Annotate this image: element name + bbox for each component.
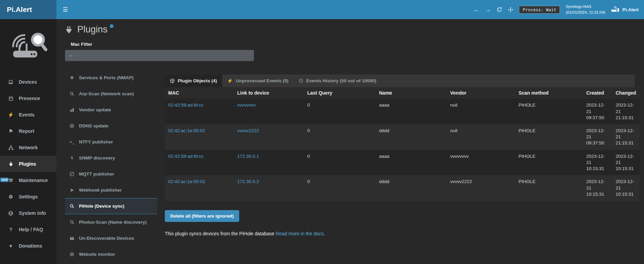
- brand-logo[interactable]: Pi.Alert: [0, 0, 56, 19]
- name-cell: dddd: [376, 175, 447, 201]
- tab-events-history[interactable]: Events History (50 out of 10000): [294, 74, 381, 87]
- plugin-menu-item-pholus[interactable]: Pholus-Scan (Name discovery): [65, 214, 157, 230]
- plugin-menu-item-webhook[interactable]: ➤ Webhook publisher: [65, 182, 157, 198]
- app-label: Pi.Alert: [622, 7, 639, 12]
- col-header-last-query[interactable]: Last Query: [304, 87, 376, 99]
- col-header-link[interactable]: Link to device: [234, 87, 304, 99]
- plugin-menu-item-ddns[interactable]: DDNS update: [65, 118, 157, 134]
- binoculars-icon: [69, 236, 75, 240]
- vendor-cell: null: [447, 124, 515, 150]
- plugin-menu-item-vendor-update[interactable]: Vendor update: [65, 102, 157, 118]
- table-row: 02:42:59:ad:fd:cc vvvvvvvv 0 aaaa null P…: [165, 99, 640, 124]
- plugin-menu-label: DDNS update: [79, 123, 108, 128]
- table-row: 02:42:ac:1e:00:02 vvvvv2222 0 dddd null …: [165, 124, 640, 150]
- sidebar-item-help-faq[interactable]: ? Help / FAQ: [0, 221, 56, 238]
- device-link[interactable]: 172.30.0.2: [237, 179, 259, 184]
- tab-label: Plugin Objects (4): [178, 78, 217, 83]
- move-icon[interactable]: [508, 7, 513, 12]
- vendor-cell: null: [447, 99, 515, 124]
- plugin-panel: Plugin Objects (4) ⚡ Unprocessed Events …: [165, 74, 635, 236]
- plugins-help-badge[interactable]: [110, 24, 113, 28]
- mac-link[interactable]: 02:42:ac:1e:00:02: [168, 179, 205, 184]
- sidebar-item-system-info[interactable]: System info: [0, 205, 56, 221]
- calendar-icon: [8, 96, 14, 101]
- plugin-menu-label: Pholus-Scan (Name discovery): [79, 220, 147, 225]
- scan-method-cell: PIHOLE: [515, 124, 583, 150]
- name-cell: dddd: [376, 124, 447, 150]
- name-cell: aaaa: [376, 150, 447, 176]
- plugin-menu-item-mqtt[interactable]: MQTT publisher: [65, 166, 157, 182]
- plugin-menu-item-undiscoverable[interactable]: Un-Discoverable Devices: [65, 230, 157, 246]
- col-header-vendor[interactable]: Vendor: [447, 87, 515, 99]
- sidebar-item-label: Donations: [19, 243, 42, 249]
- globe-icon: [69, 124, 75, 128]
- plugin-menu-label: NTFY publisher: [79, 139, 113, 144]
- changed-cell: 2023-12-21 21:15:31: [612, 124, 640, 150]
- bolt-icon: ⚡: [8, 112, 14, 117]
- col-header-scan-method[interactable]: Scan method: [515, 87, 583, 99]
- mac-filter-input[interactable]: [65, 50, 254, 61]
- docs-link[interactable]: Read more in the docs.: [276, 231, 325, 236]
- col-header-created[interactable]: Created: [583, 87, 612, 99]
- tab-bar: Plugin Objects (4) ⚡ Unprocessed Events …: [165, 74, 635, 87]
- back-arrow-icon[interactable]: ←: [473, 7, 479, 13]
- snmp-icon: S: [69, 156, 75, 160]
- last-query-cell: 0: [304, 150, 376, 176]
- sidebar-item-label: Plugins: [19, 161, 36, 167]
- terminal-icon: >_: [69, 140, 75, 144]
- col-header-mac[interactable]: MAC: [165, 87, 234, 99]
- sidebar-item-plugins[interactable]: Plugins: [0, 156, 56, 172]
- plugin-menu-item-pihole[interactable]: PiHole (Device sync): [65, 198, 157, 214]
- refresh-icon[interactable]: [497, 7, 502, 12]
- mac-link[interactable]: 02:42:ac:1e:00:02: [168, 128, 205, 133]
- process-status-badge: Process: Wait: [519, 6, 560, 14]
- sidebar-item-label: Presence: [19, 96, 40, 101]
- app-link[interactable]: Pi.Alert: [611, 6, 639, 13]
- sidebar-item-maintenance[interactable]: NEW ⚒ Maintenance: [0, 172, 56, 189]
- flag-icon: ⚑: [8, 129, 14, 134]
- sidebar-nav: Devices Presence ⚡ Events ⚑ Report Netwo…: [0, 74, 56, 254]
- mac-link[interactable]: 02:42:59:ad:fd:cc: [168, 102, 204, 108]
- gear-icon: ⚙: [8, 194, 14, 199]
- plugin-menu-label: Services & Ports (NMAP): [79, 75, 134, 80]
- sidebar-item-settings[interactable]: ⚙ Settings: [0, 189, 56, 205]
- sidebar-item-network[interactable]: Network: [0, 139, 56, 156]
- table-header-row: MAC Link to device Last Query Name Vendo…: [165, 87, 640, 99]
- forward-arrow-icon[interactable]: →: [485, 7, 491, 13]
- plugin-menu-label: Vendor update: [79, 107, 111, 112]
- sidebar-item-label: Devices: [19, 79, 37, 85]
- host-info: Synology-NAS (01/01/2024, 11:31:04): [566, 4, 605, 15]
- tab-plugin-objects[interactable]: Plugin Objects (4): [165, 74, 222, 87]
- sidebar-item-donations[interactable]: ♥ Donations: [0, 238, 56, 254]
- plug-icon: [8, 162, 14, 167]
- last-query-cell: 0: [304, 99, 376, 124]
- sidebar-item-devices[interactable]: Devices: [0, 74, 56, 90]
- plugin-menu-item-website-monitor[interactable]: Website monitor: [65, 246, 157, 262]
- delete-all-button[interactable]: Delete all (filters are ignored): [165, 210, 239, 222]
- bolt-icon: ⚡: [227, 79, 233, 83]
- col-header-name[interactable]: Name: [376, 87, 447, 99]
- sidebar-item-report[interactable]: ⚑ Report: [0, 123, 56, 139]
- sidebar-item-presence[interactable]: Presence: [0, 90, 56, 107]
- scan-method-cell: PIHOLE: [515, 99, 583, 124]
- search-icon: [69, 220, 75, 224]
- col-header-changed[interactable]: Changed: [612, 87, 640, 99]
- sidebar-item-label: Help / FAQ: [19, 227, 43, 232]
- plugin-menu: ✳ Services & Ports (NMAP) Arp-Scan (Netw…: [65, 70, 157, 262]
- device-link[interactable]: vvvvv2222: [237, 128, 259, 133]
- plugin-menu-item-nmap[interactable]: ✳ Services & Ports (NMAP): [65, 70, 157, 86]
- plugin-menu-item-arpscan[interactable]: Arp-Scan (Network scan): [65, 86, 157, 102]
- last-query-cell: 0: [304, 124, 376, 150]
- plugin-menu-item-ntfy[interactable]: >_ NTFY publisher: [65, 134, 157, 150]
- plugin-menu-label: Arp-Scan (Network scan): [79, 91, 134, 96]
- heart-icon: ♥: [8, 244, 14, 248]
- tab-unprocessed-events[interactable]: ⚡ Unprocessed Events (0): [222, 74, 294, 87]
- clock-icon: [299, 79, 303, 83]
- mac-link[interactable]: 02:42:59:ad:fd:cc: [168, 154, 204, 159]
- device-link[interactable]: 172.30.0.1: [237, 154, 259, 159]
- device-link[interactable]: vvvvvvvv: [237, 102, 256, 108]
- plugin-menu-item-snmp[interactable]: S SNMP discovery: [65, 150, 157, 166]
- content-row: ✳ Services & Ports (NMAP) Arp-Scan (Netw…: [65, 70, 635, 262]
- sidebar-toggle-icon[interactable]: ☰: [56, 0, 74, 19]
- sidebar-item-events[interactable]: ⚡ Events: [0, 107, 56, 123]
